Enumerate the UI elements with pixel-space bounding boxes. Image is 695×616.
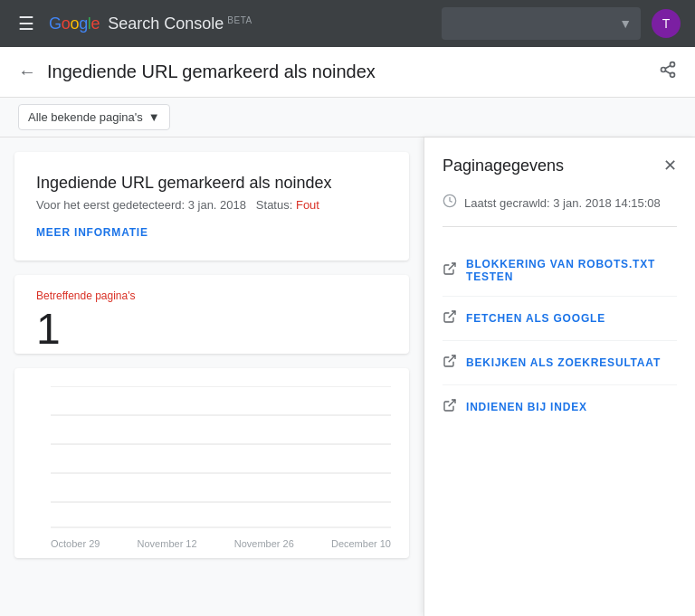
external-link-icon-1 [443,261,457,280]
search-dropdown-icon[interactable]: ▼ [619,16,632,31]
external-link-icon-4 [443,398,457,416]
action-label-3: BEKIJKEN ALS ZOEKRESULTAAT [466,356,661,369]
action-label-2: FETCHEN ALS GOOGLE [466,312,605,325]
error-card-meta: Voor het eerst gedetecteerd: 3 jan. 2018… [36,198,387,212]
action-label-1: BLOKKERING VAN ROBOTS.TXT TESTEN [466,258,677,283]
beta-badge: BETA [227,15,252,25]
chart-x-label-1: October 29 [51,538,100,549]
action-list: BLOKKERING VAN ROBOTS.TXT TESTEN FETCHEN… [443,245,677,429]
svg-point-2 [671,72,675,77]
external-link-icon-3 [443,354,457,372]
breadcrumb-bar: ← Ingediende URL gemarkeerd als noindex [0,47,695,98]
meer-informatie-button[interactable]: MEER INFORMATIE [36,226,387,239]
search-bar[interactable]: ▼ [442,7,641,40]
back-button[interactable]: ← [18,62,36,82]
chart-x-label-3: November 26 [234,538,294,549]
action-fetch-google[interactable]: FETCHEN ALS GOOGLE [443,297,677,341]
share-icon[interactable] [659,61,677,83]
pages-count: 1 [36,306,387,354]
filter-bar: Alle bekende pagina's ▼ [0,98,695,137]
hamburger-menu-icon[interactable]: ☰ [14,9,38,38]
left-panel: Ingediende URL gemarkeerd als noindex Vo… [0,137,424,616]
filter-dropdown-button[interactable]: Alle bekende pagina's ▼ [18,104,170,130]
action-submit-index[interactable]: INDIENEN BIJ INDEX [443,385,677,429]
main-content: Ingediende URL gemarkeerd als noindex Vo… [0,137,695,616]
trend-chart: 4 3 2 1 0 [51,386,391,531]
right-panel-title: Paginagegevens [443,156,564,175]
svg-point-0 [671,62,675,67]
search-console-label: Search Console [103,14,224,33]
user-avatar[interactable]: T [652,9,681,38]
svg-line-19 [449,355,455,362]
search-input[interactable] [451,16,619,31]
page-title: Ingediende URL gemarkeerd als noindex [47,62,648,82]
top-navigation: ☰ Google Search Console BETA ▼ T [0,0,695,47]
action-label-4: INDIENEN BIJ INDEX [466,401,587,413]
crawl-timestamp: Laatst gecrawld: 3 jan. 2018 14:15:08 [464,196,661,210]
svg-line-3 [665,71,671,73]
error-card-title: Ingediende URL gemarkeerd als noindex [36,174,387,193]
right-panel-header: Paginagegevens ✕ [443,156,677,175]
svg-point-1 [662,68,666,72]
svg-line-4 [665,65,671,68]
close-panel-button[interactable]: ✕ [663,156,677,175]
svg-line-20 [449,400,455,406]
error-card: Ingediende URL gemarkeerd als noindex Vo… [14,152,409,261]
pages-label: Betreffende pagina's [36,289,387,302]
google-wordmark: Google [49,14,100,33]
external-link-icon-2 [443,309,457,327]
svg-line-18 [449,311,455,317]
chart-container: 4 3 2 1 0 October 29 November 12 Novembe… [14,368,409,558]
clock-icon [443,194,457,212]
app-logo: Google Search Console BETA [49,14,431,33]
pages-card: Betreffende pagina's 1 [14,275,409,354]
filter-dropdown-icon: ▼ [148,110,160,124]
chart-x-label-4: December 10 [331,538,391,549]
action-robots-txt[interactable]: BLOKKERING VAN ROBOTS.TXT TESTEN [443,245,677,297]
filter-label: Alle bekende pagina's [28,110,143,124]
action-view-search[interactable]: BEKIJKEN ALS ZOEKRESULTAAT [443,341,677,385]
svg-line-17 [449,263,455,270]
crawl-info: Laatst gecrawld: 3 jan. 2018 14:15:08 [443,194,677,227]
chart-x-label-2: November 12 [138,538,197,549]
right-panel: Paginagegevens ✕ Laatst gecrawld: 3 jan.… [424,137,695,616]
